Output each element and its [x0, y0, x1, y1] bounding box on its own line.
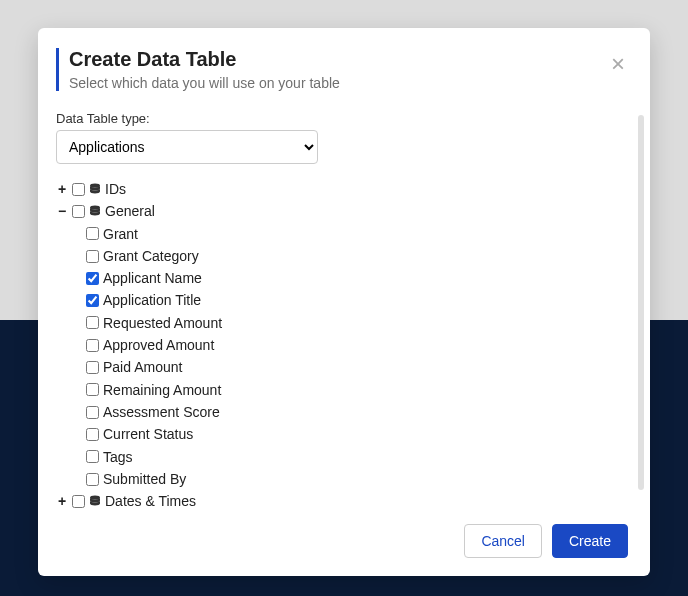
field-general-3-checkbox[interactable] — [86, 294, 99, 307]
svg-point-0 — [90, 184, 100, 188]
database-icon — [89, 495, 101, 507]
field-general-10-checkbox[interactable] — [86, 450, 99, 463]
field-general-2: Applicant Name — [86, 267, 628, 289]
field-general-2-checkbox[interactable] — [86, 272, 99, 285]
modal-body: Data Table type: Applications + IDs − Ge… — [38, 103, 650, 510]
field-general-9-checkbox[interactable] — [86, 428, 99, 441]
create-data-table-modal: Create Data Table Select which data you … — [38, 28, 650, 576]
field-label: Approved Amount — [103, 335, 214, 355]
field-label: Grant Category — [103, 246, 199, 266]
field-general-6-checkbox[interactable] — [86, 361, 99, 374]
create-button[interactable]: Create — [552, 524, 628, 558]
database-icon — [89, 183, 101, 195]
field-general-10: Tags — [86, 446, 628, 468]
group-label: Dates & Times — [105, 491, 196, 510]
field-label: Remaining Amount — [103, 380, 221, 400]
field-general-8-checkbox[interactable] — [86, 406, 99, 419]
field-general-8: Assessment Score — [86, 401, 628, 423]
field-label: Requested Amount — [103, 313, 222, 333]
field-general-5: Approved Amount — [86, 334, 628, 356]
modal-subtitle: Select which data you will use on your t… — [69, 75, 626, 91]
field-label: Assessment Score — [103, 402, 220, 422]
field-general-3: Application Title — [86, 289, 628, 311]
field-general-1-checkbox[interactable] — [86, 250, 99, 263]
field-general-4: Requested Amount — [86, 312, 628, 334]
close-icon: × — [611, 50, 625, 77]
close-button[interactable]: × — [604, 50, 632, 78]
field-general-11: Submitted By — [86, 468, 628, 490]
group-general: − General — [56, 200, 628, 222]
field-general-4-checkbox[interactable] — [86, 316, 99, 329]
field-general-1: Grant Category — [86, 245, 628, 267]
field-general-6: Paid Amount — [86, 356, 628, 378]
group-dates-times-checkbox[interactable] — [72, 495, 85, 508]
field-general-0: Grant — [86, 223, 628, 245]
field-label: Tags — [103, 447, 133, 467]
field-label: Paid Amount — [103, 357, 182, 377]
collapse-icon[interactable]: − — [56, 201, 68, 221]
expand-icon[interactable]: + — [56, 491, 68, 510]
group-label: IDs — [105, 179, 126, 199]
type-label: Data Table type: — [56, 111, 628, 126]
field-label: Submitted By — [103, 469, 186, 489]
field-general-7-checkbox[interactable] — [86, 383, 99, 396]
group-ids: + IDs — [56, 178, 628, 200]
group-dates-times: + Dates & Times — [56, 490, 628, 510]
data-table-type-select[interactable]: Applications — [56, 130, 318, 164]
field-tree: + IDs − General Grant Grant Category App… — [56, 178, 628, 510]
database-icon — [89, 205, 101, 217]
field-general-0-checkbox[interactable] — [86, 227, 99, 240]
modal-header: Create Data Table Select which data you … — [38, 28, 650, 103]
field-label: Application Title — [103, 290, 201, 310]
group-ids-checkbox[interactable] — [72, 183, 85, 196]
field-label: Current Status — [103, 424, 193, 444]
scrollbar[interactable] — [638, 115, 644, 490]
svg-point-2 — [90, 496, 100, 500]
expand-icon[interactable]: + — [56, 179, 68, 199]
field-label: Grant — [103, 224, 138, 244]
field-label: Applicant Name — [103, 268, 202, 288]
modal-footer: Cancel Create — [38, 510, 650, 576]
modal-title: Create Data Table — [69, 48, 626, 71]
field-general-11-checkbox[interactable] — [86, 473, 99, 486]
field-general-5-checkbox[interactable] — [86, 339, 99, 352]
svg-point-1 — [90, 206, 100, 210]
field-general-9: Current Status — [86, 423, 628, 445]
field-general-7: Remaining Amount — [86, 379, 628, 401]
cancel-button[interactable]: Cancel — [464, 524, 542, 558]
group-label: General — [105, 201, 155, 221]
group-general-checkbox[interactable] — [72, 205, 85, 218]
